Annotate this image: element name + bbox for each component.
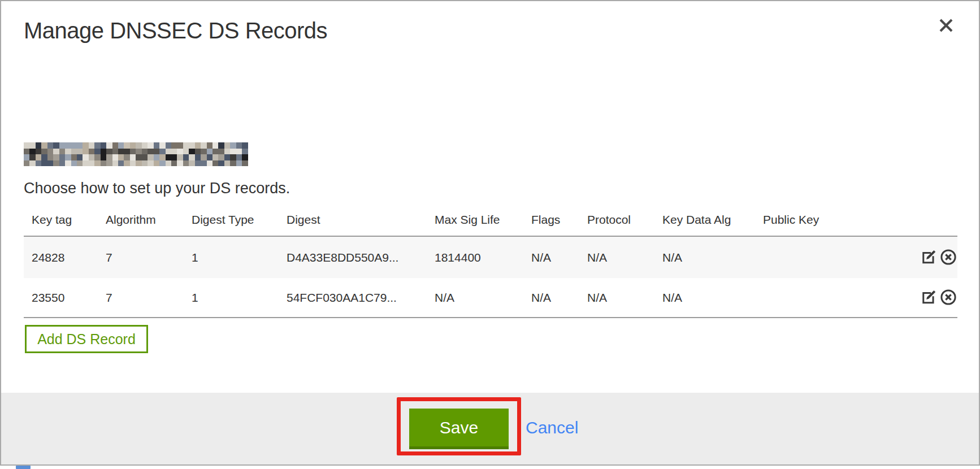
- redaction-pixel: [177, 142, 183, 149]
- redaction-pixel: [36, 154, 41, 160]
- edit-record-button[interactable]: [920, 249, 938, 267]
- redaction-pixel: [224, 142, 230, 149]
- redaction-pixel: [124, 149, 129, 155]
- redaction-pixel: [224, 149, 230, 155]
- redaction-pixel: [59, 149, 65, 155]
- redaction-pixel: [94, 160, 100, 167]
- redaction-pixel: [177, 154, 183, 160]
- background-page-artifact: [16, 466, 31, 469]
- redaction-pixel: [148, 160, 153, 167]
- redaction-pixel: [142, 154, 148, 160]
- redaction-pixel: [148, 154, 153, 160]
- redaction-pixel: [207, 149, 213, 155]
- cell-key-tag: 24828: [32, 251, 106, 264]
- redaction-pixel: [65, 142, 71, 149]
- redaction-pixel: [213, 142, 218, 149]
- redaction-pixel: [65, 154, 71, 160]
- add-ds-record-button[interactable]: Add DS Record: [25, 325, 148, 353]
- redaction-pixel: [41, 149, 47, 155]
- redaction-pixel: [154, 142, 159, 149]
- redaction-pixel: [118, 154, 124, 160]
- column-header-digest: Digest: [287, 213, 435, 227]
- redaction-pixel: [159, 142, 165, 149]
- redaction-pixel: [53, 149, 59, 155]
- close-button[interactable]: [937, 17, 955, 35]
- redaction-pixel: [171, 154, 177, 160]
- redaction-pixel: [101, 149, 106, 155]
- redaction-pixel: [189, 149, 194, 155]
- redaction-pixel: [201, 142, 206, 149]
- redaction-pixel: [236, 142, 242, 149]
- redaction-pixel: [118, 149, 124, 155]
- row-actions: [907, 289, 957, 307]
- redaction-pixel: [230, 154, 236, 160]
- redaction-pixel: [130, 154, 136, 160]
- redaction-pixel: [94, 154, 100, 160]
- cancel-link[interactable]: Cancel: [526, 418, 578, 437]
- redaction-pixel: [101, 142, 106, 149]
- redaction-pixel: [207, 160, 213, 167]
- redaction-pixel: [236, 160, 242, 167]
- redaction-pixel: [242, 154, 248, 160]
- redaction-pixel: [53, 154, 59, 160]
- redaction-pixel: [47, 149, 53, 155]
- redaction-pixel: [24, 160, 29, 167]
- redaction-pixel: [89, 149, 94, 155]
- redaction-pixel: [112, 142, 118, 149]
- redaction-pixel: [24, 154, 29, 160]
- delete-record-button[interactable]: [939, 289, 957, 307]
- redaction-pixel: [124, 142, 129, 149]
- redaction-pixel: [83, 142, 88, 149]
- redaction-pixel: [89, 160, 94, 167]
- redaction-pixel: [29, 142, 35, 149]
- redaction-pixel: [118, 160, 124, 167]
- redaction-pixel: [71, 160, 77, 167]
- redaction-pixel: [201, 160, 206, 167]
- redaction-pixel: [130, 142, 136, 149]
- cell-digest: D4A33E8DD550A9...: [287, 251, 435, 264]
- redaction-pixel: [77, 154, 83, 160]
- redaction-pixel: [71, 142, 77, 149]
- column-header-flags: Flags: [531, 213, 587, 227]
- redaction-pixel: [118, 142, 124, 149]
- redaction-pixel: [154, 149, 159, 155]
- redaction-pixel: [53, 160, 59, 167]
- redaction-pixel: [94, 149, 100, 155]
- redaction-pixel: [201, 149, 206, 155]
- cell-key-data-alg: N/A: [662, 251, 763, 264]
- table-header-row: Key tag Algorithm Digest Type Digest Max…: [24, 213, 957, 236]
- redaction-pixel: [213, 149, 218, 155]
- row-actions: [907, 249, 957, 267]
- redaction-pixel: [29, 160, 35, 167]
- redaction-pixel: [207, 142, 213, 149]
- redaction-pixel: [177, 160, 183, 167]
- redaction-pixel: [195, 154, 201, 160]
- cell-flags: N/A: [531, 291, 587, 305]
- redaction-pixel: [106, 154, 112, 160]
- redaction-pixel: [224, 160, 230, 167]
- redaction-pixel: [59, 154, 65, 160]
- redaction-pixel: [47, 160, 53, 167]
- table-row: 24828 7 1 D4A33E8DD550A9... 1814400 N/A …: [24, 236, 957, 278]
- edit-icon: [920, 289, 937, 306]
- redaction-pixel: [230, 149, 236, 155]
- save-button[interactable]: Save: [409, 409, 509, 449]
- redaction-pixel: [24, 142, 29, 149]
- redaction-pixel: [124, 160, 129, 167]
- redaction-pixel: [47, 154, 53, 160]
- column-header-key-tag: Key tag: [32, 213, 106, 227]
- redaction-pixel: [41, 160, 47, 167]
- redaction-pixel: [213, 154, 218, 160]
- redaction-pixel: [130, 160, 136, 167]
- delete-record-button[interactable]: [939, 249, 957, 267]
- redaction-pixel: [242, 149, 248, 155]
- redaction-pixel: [136, 154, 141, 160]
- cell-algorithm: 7: [106, 291, 192, 305]
- redaction-pixel: [36, 149, 41, 155]
- ds-records-table: Key tag Algorithm Digest Type Digest Max…: [24, 213, 957, 318]
- redaction-pixel: [236, 154, 242, 160]
- redaction-pixel: [189, 160, 194, 167]
- redaction-pixel: [183, 149, 189, 155]
- redaction-pixel: [195, 160, 201, 167]
- edit-record-button[interactable]: [920, 289, 938, 307]
